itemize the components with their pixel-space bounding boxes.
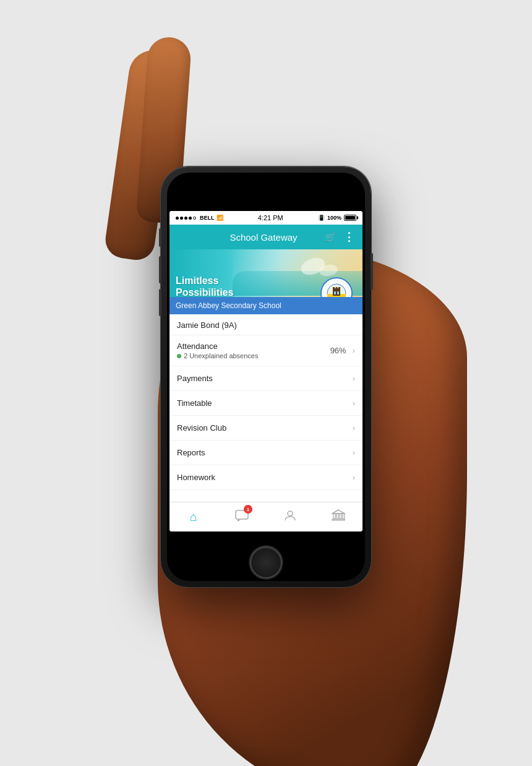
bank-icon xyxy=(332,509,345,522)
tab-info[interactable] xyxy=(314,502,363,531)
home-button[interactable] xyxy=(250,546,282,579)
svg-rect-5 xyxy=(336,287,338,290)
attendance-value: 96% xyxy=(330,346,346,355)
battery-pct-label: 100% xyxy=(327,215,341,221)
volume-down-button xyxy=(159,289,161,316)
attendance-label: Attendance xyxy=(177,342,258,351)
school-stripe: Green Abbey Secondary School xyxy=(169,297,363,314)
menu-item-attendance[interactable]: Attendance 2 Unexplained absences 96% › xyxy=(169,335,363,366)
more-options-icon[interactable]: ⋮ xyxy=(343,230,355,244)
battery-icon xyxy=(344,215,356,221)
building-tab-icon xyxy=(332,509,345,525)
svg-rect-7 xyxy=(334,291,336,295)
attendance-sub: 2 Unexplained absences xyxy=(177,352,258,359)
signal-dot-2 xyxy=(180,217,183,220)
phone-screen: BELL 📶 4:21 PM 📳 100% School xyxy=(169,211,363,531)
volume-up-button xyxy=(159,256,161,283)
nav-icons: 🛒 ⋮ xyxy=(325,230,355,244)
svg-rect-15 xyxy=(340,514,341,519)
mute-button xyxy=(159,228,161,247)
signal-dot-3 xyxy=(184,217,187,220)
status-bar: BELL 📶 4:21 PM 📳 100% xyxy=(169,211,363,225)
basket-icon[interactable]: 🛒 xyxy=(325,232,336,242)
attendance-left: Attendance 2 Unexplained absences xyxy=(177,342,258,359)
person-icon xyxy=(284,509,296,522)
wifi-icon: 📶 xyxy=(217,215,223,221)
timetable-chevron-icon: › xyxy=(353,398,355,408)
tab-home[interactable]: ⌂ xyxy=(169,502,218,531)
menu-item-timetable[interactable]: Timetable › xyxy=(169,391,363,416)
signal-dot-1 xyxy=(176,217,179,220)
svg-rect-16 xyxy=(343,514,345,519)
reports-chevron-icon: › xyxy=(353,448,355,457)
svg-rect-17 xyxy=(332,519,345,520)
timetable-label: Timetable xyxy=(177,398,212,408)
svg-rect-6 xyxy=(338,287,340,290)
svg-rect-4 xyxy=(333,287,335,290)
svg-rect-14 xyxy=(337,514,338,519)
svg-marker-12 xyxy=(332,510,345,514)
top-nav-bar: School Gateway 🛒 ⋮ xyxy=(169,225,363,249)
status-time: 4:21 PM xyxy=(258,214,283,222)
payments-chevron-icon: › xyxy=(353,374,355,383)
tab-bar: ⌂ 1 xyxy=(169,502,363,531)
app-title: School Gateway xyxy=(230,232,297,243)
svg-rect-8 xyxy=(337,291,339,295)
main-content: Jamie Bond (9A) Attendance 2 Unexplained… xyxy=(169,314,363,502)
status-left: BELL 📶 xyxy=(176,215,223,221)
svg-rect-13 xyxy=(333,514,335,519)
menu-item-payments[interactable]: Payments › xyxy=(169,366,363,391)
menu-item-reports[interactable]: Reports › xyxy=(169,441,363,465)
status-right: 📳 100% xyxy=(318,215,356,221)
menu-item-homework[interactable]: Homework › xyxy=(169,465,363,490)
menu-item-revision-club[interactable]: Revision Club › xyxy=(169,416,363,441)
payments-label: Payments xyxy=(177,374,213,383)
attendance-chevron-icon: › xyxy=(353,346,355,355)
absence-dot-indicator xyxy=(177,354,181,358)
attendance-right: 96% › xyxy=(330,346,355,355)
svg-point-11 xyxy=(288,511,293,516)
banner-tagline: Limitless Possibilities xyxy=(176,275,233,298)
school-name-label: Green Abbey Secondary School xyxy=(176,301,281,310)
power-button xyxy=(371,253,373,290)
signal-dot-4 xyxy=(189,217,192,220)
student-name-label: Jamie Bond (9A) xyxy=(177,321,237,330)
revision-club-chevron-icon: › xyxy=(353,423,355,432)
profile-tab-icon xyxy=(284,509,296,525)
school-banner: Limitless Possibilities xyxy=(169,249,363,314)
phone-device: BELL 📶 4:21 PM 📳 100% School xyxy=(161,166,371,587)
bluetooth-icon: 📳 xyxy=(318,215,325,221)
carrier-label: BELL xyxy=(200,215,215,221)
signal-dot-5 xyxy=(193,217,196,220)
tab-messages[interactable]: 1 xyxy=(218,502,266,531)
revision-club-label: Revision Club xyxy=(177,423,226,432)
tab-profile[interactable] xyxy=(266,502,314,531)
homework-label: Homework xyxy=(177,473,215,482)
reports-label: Reports xyxy=(177,448,205,457)
messages-badge: 1 xyxy=(244,505,252,514)
home-tab-icon: ⌂ xyxy=(190,510,197,524)
absence-sub-label: 2 Unexplained absences xyxy=(184,352,258,359)
homework-chevron-icon: › xyxy=(353,473,355,482)
student-name-row: Jamie Bond (9A) xyxy=(169,314,363,335)
signal-dots xyxy=(176,217,196,220)
